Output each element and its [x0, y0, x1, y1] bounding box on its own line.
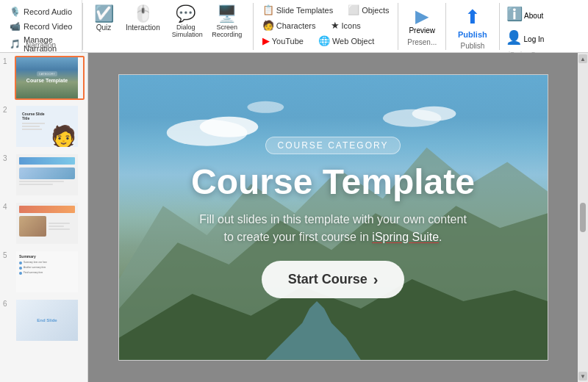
slide-num-4: 4	[3, 201, 12, 211]
interaction-button[interactable]: 🖱️ Interaction	[121, 3, 165, 35]
web-object-icon: 🌐	[318, 35, 330, 46]
slide-thumb-1[interactable]: 1 CATEGORY Course Template	[3, 56, 85, 100]
web-object-button[interactable]: 🌐 Web Object	[315, 34, 377, 48]
scroll-up-button[interactable]: ▲	[578, 54, 587, 63]
scroll-thumb[interactable]	[580, 203, 586, 232]
preview-icon: ▶	[415, 6, 429, 26]
slide-img-5: Summary Summary item one here Another su…	[15, 250, 85, 294]
publish-section-label: Publish	[460, 42, 484, 50]
category-badge: COURSE CATEGORY	[265, 137, 401, 154]
icons-button[interactable]: ★ Icons	[328, 18, 364, 32]
youtube-icon: ▶	[262, 35, 270, 46]
slide-num-3: 3	[3, 153, 12, 162]
slide-img-1: CATEGORY Course Template	[15, 56, 85, 100]
objects-icon: ⬜	[348, 4, 359, 15]
interaction-icon: 🖱️	[133, 6, 153, 22]
content-library-section: 📋 Slide Templates ⬜ Objects 🧑 Characters…	[254, 0, 398, 52]
right-scrollbar[interactable]: ▲ ▼	[578, 53, 588, 382]
about-button[interactable]: ℹ️ About	[503, 3, 546, 25]
start-course-button[interactable]: Start Course ›	[262, 261, 405, 298]
record-audio-button[interactable]: 🎙️ Record Audio	[6, 4, 76, 19]
slide-panel: 1 CATEGORY Course Template 2 Course Slid…	[0, 53, 88, 382]
about-section: ℹ️ About 👤 Log In iSpring S...	[500, 0, 551, 52]
slide-num-6: 6	[3, 298, 12, 308]
about-icon: ℹ️	[506, 7, 523, 21]
slide-templates-icon: 📋	[262, 4, 274, 15]
ispring-link[interactable]: iSpring Suite	[372, 231, 439, 243]
publish-section: ⬆ Publish Publish	[446, 0, 499, 52]
objects-button[interactable]: ⬜ Objects	[345, 3, 392, 17]
slide-img-2: Course Slide Title 🧑	[15, 104, 85, 148]
course-subtitle: Fill out slides in this template with yo…	[199, 211, 467, 246]
characters-button[interactable]: 🧑 Characters	[259, 18, 319, 32]
main-area: 1 CATEGORY Course Template 2 Course Slid…	[0, 53, 588, 382]
dialog-sim-icon: 💬	[176, 6, 196, 22]
quiz-icon: ☑️	[94, 6, 114, 22]
preview-section: ▶ Preview Presen...	[398, 0, 445, 52]
content-lib-row-2: 🧑 Characters ★ Icons	[259, 18, 392, 32]
slide-num-1: 1	[3, 56, 12, 65]
insert-section: ☑️ Quiz 🖱️ Interaction 💬 Dialog Simulati…	[83, 0, 253, 52]
course-title: Course Template	[191, 163, 475, 202]
characters-icon: 🧑	[262, 20, 274, 31]
slide-templates-button[interactable]: 📋 Slide Templates	[259, 3, 336, 17]
publish-button[interactable]: ⬆ Publish	[452, 3, 493, 42]
login-icon: 👤	[506, 30, 522, 45]
slide-thumb-2[interactable]: 2 Course Slide Title 🧑	[3, 104, 85, 148]
icons-icon: ★	[331, 20, 340, 31]
login-button[interactable]: 👤 Log In	[503, 26, 548, 48]
present-label: Presen...	[407, 38, 437, 49]
preview-button[interactable]: ▶ Preview	[404, 3, 440, 37]
screen-rec-icon: 🖥️	[217, 6, 237, 22]
record-video-button[interactable]: 📹 Record Video	[6, 19, 76, 34]
content-lib-row-1: 📋 Slide Templates ⬜ Objects	[259, 3, 392, 17]
slide-img-3	[15, 153, 85, 197]
slide-img-4	[15, 201, 85, 245]
dialog-sim-button[interactable]: 💬 Dialog Simulation	[168, 3, 204, 41]
publish-icon: ⬆	[465, 6, 481, 29]
toolbar: 🎙️ Record Audio 📹 Record Video 🎵 Manage …	[0, 0, 588, 53]
active-slide: COURSE CATEGORY Course Template Fill out…	[118, 74, 548, 361]
narration-section: 🎙️ Record Audio 📹 Record Video 🎵 Manage …	[0, 0, 82, 52]
main-canvas: COURSE CATEGORY Course Template Fill out…	[88, 53, 578, 382]
slide-thumb-4[interactable]: 4	[3, 201, 85, 245]
slide-img-6: End Slide	[15, 298, 85, 342]
screen-recording-button[interactable]: 🖥️ Screen Recording	[207, 3, 247, 41]
slide-num-2: 2	[3, 104, 12, 114]
quiz-button[interactable]: ☑️ Quiz	[89, 3, 118, 35]
slide-content: COURSE CATEGORY Course Template Fill out…	[119, 75, 548, 360]
slide-num-5: 5	[3, 250, 12, 259]
content-lib-row-3: ▶ YouTube 🌐 Web Object	[259, 34, 392, 48]
slide-thumb-5[interactable]: 5 Summary Summary item one here Another …	[3, 250, 85, 294]
youtube-button[interactable]: ▶ YouTube	[259, 34, 306, 48]
slide-thumb-3[interactable]: 3	[3, 153, 85, 197]
slide-thumb-6[interactable]: 6 End Slide	[3, 298, 85, 342]
record-video-icon: 📹	[9, 21, 21, 32]
record-audio-icon: 🎙️	[9, 6, 21, 18]
narration-label: Narration	[0, 41, 82, 49]
